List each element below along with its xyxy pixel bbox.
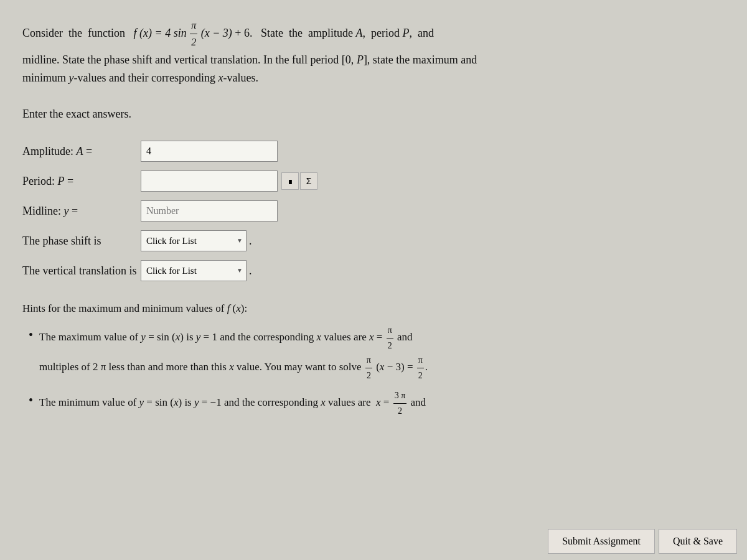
phase-shift-period: . [249,232,252,250]
problem-line2: midline. State the phase shift and verti… [22,54,289,66]
vertical-translation-label: The vertical translation is [22,262,141,280]
phase-shift-label: The phase shift is [22,232,141,250]
hint-bullet-2: • The minimum value of y = sin (x) is y … [29,388,725,419]
problem-intro: Consider the function [22,27,131,39]
vertical-translation-dropdown-container: Click for List up down [141,260,247,281]
problem-full: full period [0, P], state the maximum an… [292,54,477,66]
vertical-translation-dropdown[interactable]: Click for List up down [141,260,247,281]
hint-bullet-1: • The maximum value of y = sin (x) is y … [29,323,725,383]
period-input[interactable] [141,170,278,192]
hints-title: Hints for the maximum and minimum values… [22,300,725,318]
quit-save-button[interactable]: Quit & Save [659,529,737,554]
function-tail: + 6. [235,27,258,39]
main-content: Consider the function f (x) = 4 sin π 2 … [0,0,747,436]
amplitude-input[interactable] [141,141,278,162]
midline-label: Midline: y = [22,202,141,220]
hints-section: Hints for the maximum and minimum values… [22,300,725,419]
problem-text: Consider the function f (x) = 4 sin π 2 … [22,17,725,88]
bottom-bar: Submit Assignment Quit & Save [538,523,747,560]
function-expression: f (x) = 4 sin π 2 (x − 3) [133,27,235,39]
midline-input[interactable] [141,200,278,222]
period-icons: ∎ Σ [281,172,317,190]
period-label: Period: P = [22,172,141,190]
hint-text-2: The minimum value of y = sin (x) is y = … [39,388,725,419]
problem-line3: minimum y-values and their corresponding… [22,72,258,84]
phase-shift-row: The phase shift is Click for List right … [22,230,725,251]
bullet-dot-2: • [29,390,33,411]
formula-icon-2[interactable]: Σ [300,172,317,190]
midline-row: Midline: y = [22,200,725,222]
state-text: State the amplitude A, period P, and [261,27,434,39]
bullet-dot-1: • [29,324,33,345]
vertical-translation-period: . [249,262,252,280]
phase-shift-dropdown-container: Click for List right left [141,230,247,251]
formula-icon-1[interactable]: ∎ [281,172,299,190]
submit-assignment-button[interactable]: Submit Assignment [548,529,655,554]
period-row: Period: P = ∎ Σ [22,170,725,192]
enter-answers-label: Enter the exact answers. [22,105,725,123]
hint-text-1: The maximum value of y = sin (x) is y = … [39,323,725,383]
amplitude-row: Amplitude: A = [22,141,725,162]
amplitude-label: Amplitude: A = [22,142,141,161]
vertical-translation-row: The vertical translation is Click for Li… [22,260,725,281]
phase-shift-dropdown[interactable]: Click for List right left [141,230,247,251]
